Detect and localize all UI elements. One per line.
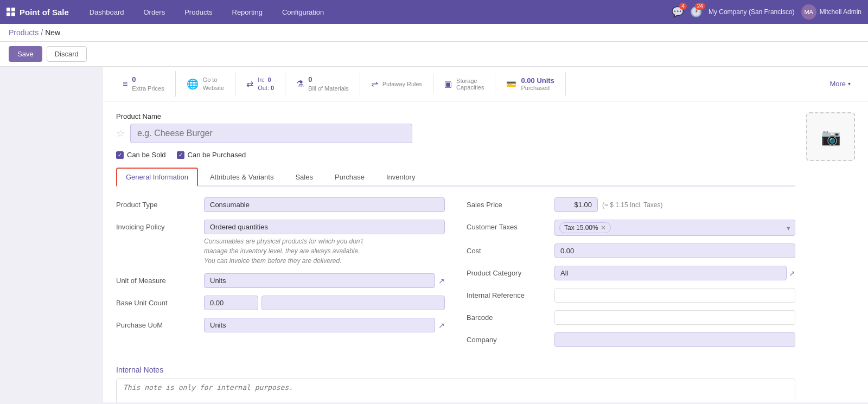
nav-configuration[interactable]: Configuration <box>275 0 331 24</box>
product-type-label: Product Type <box>116 197 197 209</box>
taxes-dropdown-icon[interactable]: ▾ <box>787 224 790 232</box>
product-type-select[interactable]: Consumable Storable Product Service <box>204 197 445 212</box>
unit-of-measure-select[interactable]: Units <box>204 273 435 288</box>
barcode-value <box>554 310 795 325</box>
card-icon: 💳 <box>506 79 516 89</box>
product-category-select[interactable]: All <box>554 266 787 280</box>
sales-price-group: Sales Price (= $ 1.15 Incl. Taxes) <box>467 197 795 212</box>
breadcrumb-separator: / <box>41 28 43 37</box>
top-form-row: Product Name ☆ Can be Sold Can be Purcha… <box>116 112 855 402</box>
tax-remove-icon[interactable]: ✕ <box>601 224 606 232</box>
storage-capacities-button[interactable]: ▣ StorageCapacities <box>433 73 495 95</box>
can-be-sold-checkbox[interactable]: Can be Sold <box>116 151 166 159</box>
main-content: ≡ 0 Extra Prices 🌐 Go toWebsite ⇄ In: 0 … <box>0 67 868 402</box>
purchase-uom-group: Purchase UoM Units ↗ <box>116 318 445 332</box>
checkboxes-row: Can be Sold Can be Purchased <box>116 151 795 159</box>
customer-taxes-group: Customer Taxes Tax 15.00% ✕ ▾ <box>467 220 795 236</box>
flask-icon: ⚗ <box>296 79 304 89</box>
more-label: More <box>829 80 846 88</box>
nav-products[interactable]: Products <box>177 0 220 24</box>
breadcrumb-current: New <box>45 28 60 37</box>
activity-button[interactable]: 🕐 24 <box>690 6 702 18</box>
go-to-website-button[interactable]: 🌐 Go toWebsite <box>176 72 236 96</box>
company-name: My Company (San Francisco) <box>709 8 795 16</box>
sales-price-label: Sales Price <box>467 197 548 209</box>
internal-reference-value <box>554 288 795 303</box>
product-type-value: Consumable Storable Product Service <box>204 197 445 212</box>
tab-attributes-variants[interactable]: Attributes & Variants <box>200 168 284 187</box>
smart-buttons-bar: ≡ 0 Extra Prices 🌐 Go toWebsite ⇄ In: 0 … <box>103 67 868 101</box>
left-form-col: Product Type Consumable Storable Product… <box>116 197 445 355</box>
base-unit-count-label: Base Unit Count <box>116 296 197 307</box>
nav-orders[interactable]: Orders <box>136 0 173 24</box>
purchase-uom-value: Units ↗ <box>204 318 445 332</box>
purchase-uom-external-link-icon[interactable]: ↗ <box>438 321 445 330</box>
top-form-main: Product Name ☆ Can be Sold Can be Purcha… <box>116 112 795 402</box>
customer-taxes-value: Tax 15.00% ✕ ▾ <box>554 220 795 236</box>
chat-button[interactable]: 💬 4 <box>672 6 684 18</box>
save-button[interactable]: Save <box>9 46 42 62</box>
invoicing-help-text: Consumables are physical products for wh… <box>204 236 445 266</box>
bill-of-materials-button[interactable]: ⚗ 0 Bill of Materials <box>285 71 360 97</box>
unit-of-measure-external-link-icon[interactable]: ↗ <box>438 277 445 285</box>
product-category-group: Product Category All ↗ <box>467 266 795 280</box>
product-image-upload[interactable]: 📷 <box>806 112 855 161</box>
more-button[interactable]: More ▾ <box>821 75 859 92</box>
in-label: In: 0 <box>258 76 274 84</box>
product-category-label: Product Category <box>467 266 548 277</box>
company-select[interactable] <box>554 332 795 347</box>
invoicing-policy-group: Invoicing Policy Ordered quantities Deli… <box>116 220 445 266</box>
right-form-col: Sales Price (= $ 1.15 Incl. Taxes) Custo <box>467 197 795 355</box>
can-be-purchased-checkbox[interactable]: Can be Purchased <box>177 151 246 159</box>
nav-reporting[interactable]: Reporting <box>225 0 270 24</box>
cost-input[interactable] <box>554 243 795 258</box>
form-two-col: Product Type Consumable Storable Product… <box>116 197 795 355</box>
tab-purchase[interactable]: Purchase <box>325 168 374 187</box>
internal-notes-section: Internal Notes <box>116 365 795 402</box>
user-menu[interactable]: MA Mitchell Admin <box>801 4 861 20</box>
app-name: Point of Sale <box>20 8 69 17</box>
tax-badge[interactable]: Tax 15.00% ✕ <box>559 222 611 233</box>
barcode-label: Barcode <box>467 310 548 322</box>
nav-right: 💬 4 🕐 24 My Company (San Francisco) MA M… <box>672 4 861 20</box>
unit-of-measure-label: Unit of Measure <box>116 273 197 285</box>
discard-button[interactable]: Discard <box>47 46 87 62</box>
customer-taxes-label: Customer Taxes <box>467 220 548 231</box>
activity-badge: 24 <box>695 3 705 10</box>
purchase-uom-label: Purchase UoM <box>116 318 197 329</box>
tab-inventory[interactable]: Inventory <box>376 168 425 187</box>
nav-dashboard[interactable]: Dashboard <box>82 0 132 24</box>
units-purchased-button[interactable]: 💳 0.00 Units Purchased <box>495 72 565 95</box>
content-area: ≡ 0 Extra Prices 🌐 Go toWebsite ⇄ In: 0 … <box>103 67 868 402</box>
putaway-label: Putaway Rules <box>382 81 422 87</box>
user-avatar: MA <box>801 4 816 20</box>
cost-value <box>554 243 795 258</box>
breadcrumb-parent[interactable]: Products <box>9 28 39 37</box>
base-unit-count-value <box>204 296 445 310</box>
product-name-input[interactable] <box>130 124 412 143</box>
internal-notes-title: Internal Notes <box>116 365 795 374</box>
tab-general-information[interactable]: General Information <box>116 168 198 187</box>
product-category-external-link-icon[interactable]: ↗ <box>789 269 795 278</box>
internal-reference-group: Internal Reference <box>467 288 795 303</box>
barcode-input[interactable] <box>554 310 795 325</box>
invoicing-policy-select[interactable]: Ordered quantities Delivered quantities <box>204 220 445 234</box>
base-unit-count-uom-select[interactable] <box>261 296 445 310</box>
base-unit-count-input[interactable] <box>204 296 258 310</box>
purchase-uom-select[interactable]: Units <box>204 318 435 332</box>
units-purchased-value: 0.00 Units <box>521 76 554 85</box>
putaway-rules-button[interactable]: ⇌ Putaway Rules <box>360 74 433 93</box>
internal-reference-input[interactable] <box>554 288 795 303</box>
in-out-button[interactable]: ⇄ In: 0 Out: 0 <box>235 72 285 96</box>
favorite-star-icon[interactable]: ☆ <box>116 127 125 139</box>
app-logo[interactable]: Point of Sale <box>7 8 69 17</box>
product-type-group: Product Type Consumable Storable Product… <box>116 197 445 212</box>
internal-notes-textarea[interactable] <box>116 379 795 402</box>
invoicing-policy-value: Ordered quantities Delivered quantities … <box>204 220 445 266</box>
tab-sales[interactable]: Sales <box>285 168 323 187</box>
extra-prices-button[interactable]: ≡ 0 Extra Prices <box>112 71 176 97</box>
extra-prices-count: 0 <box>132 75 164 85</box>
bom-count: 0 <box>308 75 349 85</box>
chat-badge: 4 <box>679 3 687 10</box>
sales-price-input[interactable] <box>554 197 598 212</box>
